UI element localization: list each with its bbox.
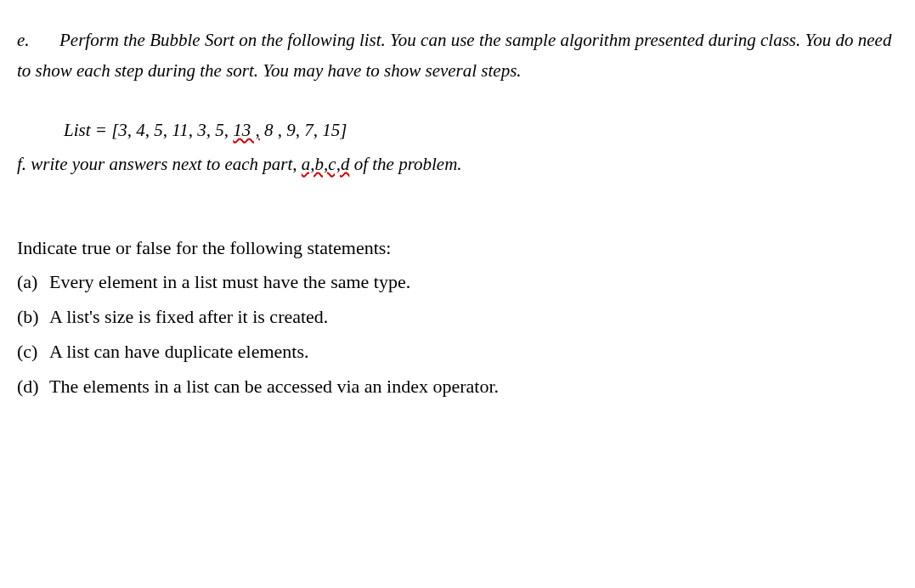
list-suffix: 8 , 9, 7, 15] [260, 120, 347, 140]
list-prefix: List = [3, 4, 5, 11, 3, 5, [64, 120, 233, 140]
question-e-label: e. [17, 25, 59, 56]
tf-item-a: (a)Every element in a list must have the… [17, 265, 898, 300]
tf-label-c: (c) [17, 335, 49, 370]
tf-item-b: (b)A list's size is fixed after it is cr… [17, 300, 898, 335]
question-e-text: Perform the Bubble Sort on the following… [17, 30, 891, 81]
question-f-squiggle: a,b,c,d [302, 154, 350, 174]
tf-label-b: (b) [17, 300, 49, 335]
question-f-label: f. [17, 154, 26, 174]
question-f: f. write your answers next to each part,… [17, 150, 898, 180]
tf-item-c: (c)A list can have duplicate elements. [17, 335, 898, 370]
tf-item-d: (d)The elements in a list can be accesse… [17, 370, 898, 404]
true-false-section: Indicate true or false for the following… [17, 231, 898, 404]
question-e: e.Perform the Bubble Sort on the followi… [17, 25, 898, 86]
tf-text-c: A list can have duplicate elements. [49, 341, 308, 362]
question-f-text-after: of the problem. [349, 154, 461, 174]
list-definition: List = [3, 4, 5, 11, 3, 5, 13 , 8 , 9, 7… [17, 116, 898, 146]
tf-label-d: (d) [17, 370, 49, 404]
tf-label-a: (a) [17, 265, 49, 300]
list-underlined-value: 13 , [233, 120, 260, 140]
question-f-text-before: write your answers next to each part, [26, 154, 302, 174]
tf-text-a: Every element in a list must have the sa… [49, 271, 410, 292]
tf-text-b: A list's size is fixed after it is creat… [49, 306, 328, 327]
tf-text-d: The elements in a list can be accessed v… [49, 376, 499, 397]
tf-intro: Indicate true or false for the following… [17, 231, 898, 266]
